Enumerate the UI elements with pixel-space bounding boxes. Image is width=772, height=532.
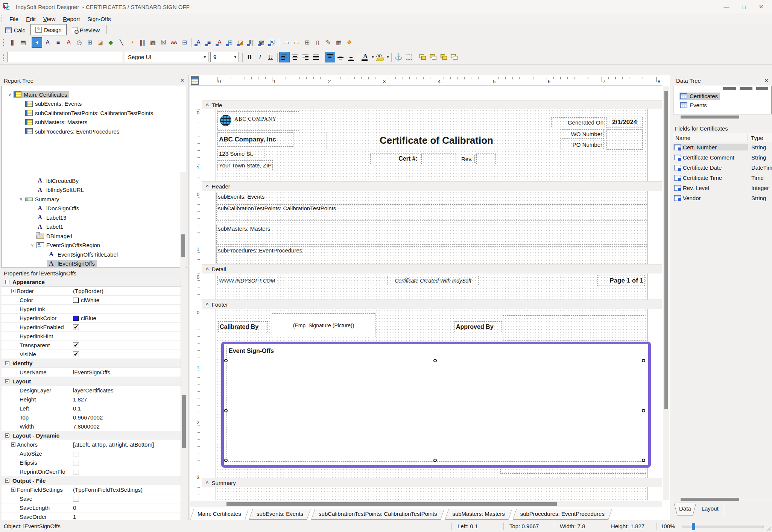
field-row-rev-level[interactable]: Rev. LevelInteger xyxy=(673,183,772,193)
report-groups-icon[interactable]: ▤ xyxy=(18,37,28,48)
rev-label[interactable]: Rev. xyxy=(460,155,475,163)
property-row-hyperlinkhint[interactable]: HyperlinkHint xyxy=(2,332,181,341)
checkbox-unchecked[interactable] xyxy=(73,496,79,502)
close-icon[interactable]: ✕ xyxy=(764,78,769,84)
chevron-down-icon[interactable]: ▼ xyxy=(232,55,239,59)
tree-item-label1[interactable]: Label1 xyxy=(2,222,187,232)
dbcalc-tool-icon[interactable]: ⊞ xyxy=(225,37,235,48)
bring-to-front-button[interactable] xyxy=(418,52,428,62)
selection-handle[interactable] xyxy=(433,459,437,462)
align-right-button[interactable] xyxy=(300,52,311,62)
chevron-down-icon[interactable]: ▼ xyxy=(371,55,375,59)
approved-by-label[interactable]: Approved By xyxy=(454,321,502,332)
column-name[interactable]: Name xyxy=(673,135,748,141)
pagebreak-tool-icon[interactable]: ▯ xyxy=(312,37,323,48)
band-footer[interactable]: Calibrated By(Emp. Signature (Picture))A… xyxy=(202,309,662,478)
tab-data[interactable]: Data xyxy=(674,503,696,515)
data-tree-item-certificates[interactable]: Certificates xyxy=(673,91,771,101)
property-row-height[interactable]: Height1.827 xyxy=(2,395,181,404)
scrollbar-thumb[interactable] xyxy=(181,234,185,257)
calibrated-by-label[interactable]: Calibrated By xyxy=(218,321,268,332)
address2-label[interactable]: Your Town State, ZIP xyxy=(217,160,273,170)
anchor-button[interactable]: ⚓ xyxy=(393,52,404,62)
menu-file[interactable]: File xyxy=(6,15,22,23)
canvas-vertical-scrollbar[interactable] xyxy=(663,86,669,500)
matrix-tool-icon[interactable]: ▦ xyxy=(333,37,344,48)
fontmaster-tool-icon[interactable]: AA xyxy=(169,37,179,48)
richtext-tool-icon[interactable]: A xyxy=(63,37,74,48)
properties-scrollbar[interactable] xyxy=(181,278,187,520)
borders-button[interactable] xyxy=(404,52,414,62)
subreport-subcalibrationtestpoints[interactable]: subCalibrationTestPoints: CalibrationTes… xyxy=(216,204,647,221)
property-row-hyperlinkcolor[interactable]: HyperlinkColorclBlue xyxy=(2,314,181,323)
font-color-button[interactable]: A xyxy=(360,52,371,62)
field-row-vendor[interactable]: VendorString xyxy=(673,193,772,203)
dbtext-tool-icon[interactable]: A xyxy=(193,37,204,48)
doc-tab-subevents-events[interactable]: subEvents: Events xyxy=(249,509,311,520)
property-row-save[interactable]: Save xyxy=(2,494,181,503)
tree-item-ldocsignoffs[interactable]: lDocSignOffs xyxy=(2,204,187,213)
dbrichtext-tool-icon[interactable]: A xyxy=(214,37,225,48)
region-tool-icon[interactable]: ▭ xyxy=(281,37,291,48)
doc-tab-submasters-masters[interactable]: subMasters: Masters xyxy=(445,509,512,520)
checkbox-checked[interactable]: ✔ xyxy=(73,351,79,357)
band-title[interactable]: ABC COMPANYABC Company, Inc123 Some St.Y… xyxy=(202,109,662,181)
property-row-hyperlinkenabled[interactable]: HyperlinkEnabled✔ xyxy=(2,323,181,332)
font-size-combobox[interactable]: 9▼ xyxy=(210,52,239,62)
property-group-identity[interactable]: Identity xyxy=(2,359,181,368)
report-bands-icon[interactable]: ||| xyxy=(7,37,18,48)
dbcheckbox-tool-icon[interactable]: ☒ xyxy=(267,37,277,48)
paintbrush-tool-icon[interactable]: ✎ xyxy=(323,37,333,48)
dbimage-tool-icon[interactable]: ◪ xyxy=(235,37,246,48)
selection-handle[interactable] xyxy=(433,359,437,362)
property-row-ellipsis[interactable]: Ellipsis xyxy=(2,458,181,467)
align-center-button[interactable] xyxy=(290,52,300,62)
property-group-appearance[interactable]: Appearance xyxy=(2,278,181,287)
barcode-tool-icon[interactable]: ∥∥ xyxy=(137,37,147,48)
highlight-color-button[interactable] xyxy=(375,52,386,62)
zoom-slider[interactable] xyxy=(682,526,764,527)
scrollbar-thumb[interactable] xyxy=(226,502,557,506)
selection-handle[interactable] xyxy=(642,359,645,362)
doc-tab-subprocedures-eventprocedures[interactable]: subProcedures: EventProcedures xyxy=(513,509,612,520)
move-backward-button[interactable] xyxy=(449,52,460,62)
overflow-fragment[interactable] xyxy=(500,469,646,474)
property-row-hyperlink[interactable]: HyperLink xyxy=(2,305,181,314)
close-icon[interactable]: ✕ xyxy=(180,78,184,84)
wo-number-field[interactable] xyxy=(606,129,643,139)
field-row-certificate-time[interactable]: Certificate TimeTime xyxy=(673,173,772,183)
menu-edit[interactable]: Edit xyxy=(22,15,40,23)
line-tool-icon[interactable]: ╲ xyxy=(116,37,126,48)
dbmemo-tool-icon[interactable]: ≡ xyxy=(204,37,214,48)
doc-tab-subcalibrationtestpoints-calibrationtestpoints[interactable]: subCalibrationTestPoints: CalibrationTes… xyxy=(311,509,444,520)
scrollbar-thumb[interactable] xyxy=(182,395,186,448)
data-tree-hscrollbar[interactable] xyxy=(673,114,772,120)
close-button[interactable]: ✕ xyxy=(752,0,770,13)
valign-middle-button[interactable] xyxy=(335,52,346,62)
calctext-tool-icon[interactable]: ⊞ xyxy=(84,37,95,48)
valign-bottom-button[interactable] xyxy=(346,52,356,62)
calculator-tool-icon[interactable]: ⊟ xyxy=(179,37,190,48)
selection-handle[interactable] xyxy=(224,409,228,412)
field-row-cert-number[interactable]: Cert. NumberString xyxy=(673,142,772,152)
checkbox-checked[interactable]: ✔ xyxy=(73,324,79,330)
zoom-slider-thumb[interactable] xyxy=(692,523,695,530)
selection-handle[interactable] xyxy=(642,409,645,412)
property-row-formfieldsettings[interactable]: FormFieldSettings(TppFormFieldTextSettin… xyxy=(2,485,181,494)
valign-top-button[interactable] xyxy=(325,52,335,62)
subreport-tool-icon[interactable]: ▭ xyxy=(291,37,302,48)
band-detail[interactable]: WWW.INDYSOFT.COMCertificate Created With… xyxy=(202,274,662,299)
band-header-footer[interactable]: ^Footer xyxy=(202,299,662,309)
property-row-designlayer[interactable]: DesignLayerlayerCertificates xyxy=(2,386,181,395)
tab-layout[interactable]: Layout xyxy=(696,503,724,516)
chevron-down-icon[interactable]: ▼ xyxy=(202,55,208,59)
event-signoffs-title-label[interactable]: Event Sign-Offs xyxy=(226,346,644,358)
event-signoffs-region-selected[interactable]: Event Sign-Offs xyxy=(221,342,651,468)
scrollbar-thumb[interactable] xyxy=(664,91,668,409)
property-row-left[interactable]: Left0.1 xyxy=(2,404,181,413)
band-header[interactable]: subEvents: EventssubCalibrationTestPoint… xyxy=(202,191,662,264)
shape-tool-icon[interactable]: ◆ xyxy=(105,37,116,48)
send-to-back-button[interactable] xyxy=(428,52,439,62)
column-type[interactable]: Type xyxy=(748,135,763,141)
property-row-border[interactable]: Border(TppBorder) xyxy=(2,287,181,296)
